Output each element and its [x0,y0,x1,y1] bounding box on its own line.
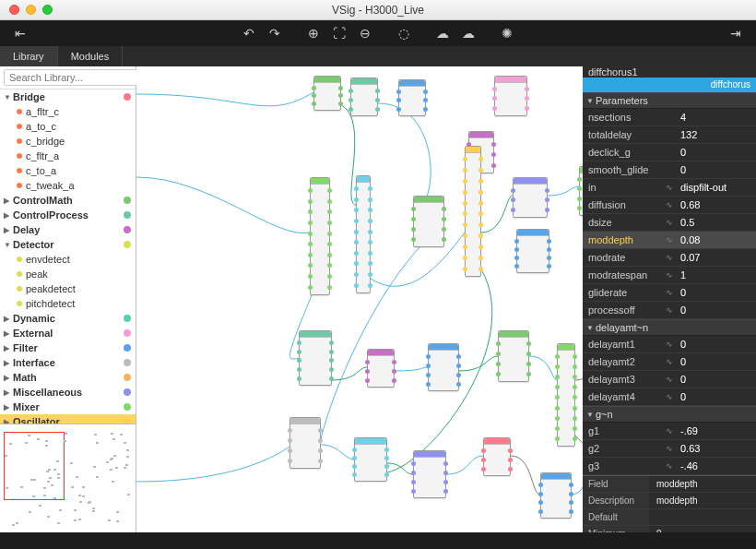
patch-node[interactable] [428,343,459,391]
inspector-section-header[interactable]: ▼Parameters [583,92,756,109]
tree-category[interactable]: ▶Oscillator [0,414,136,424]
param-row[interactable]: smooth_glide0 [583,161,756,179]
tree-category[interactable]: ▶ControlProcess [0,208,136,222]
undo-icon[interactable]: ↶ [236,23,262,43]
param-row[interactable]: modrate∿0.07 [583,249,756,267]
patch-node[interactable] [498,330,529,382]
tree-category[interactable]: ▶ControlMath [0,193,136,208]
titlebar: VSig - H3000_Live [0,0,756,20]
meta-row: Fieldmoddepth [583,476,756,493]
inspector-section-header[interactable]: ▼g~n [583,406,756,423]
cloud-up-icon[interactable]: ☁ [455,23,481,43]
param-row[interactable]: in∿dispfilt-out [583,179,756,197]
tree-category[interactable]: ▶Filter [0,340,136,355]
tree-item[interactable]: c_to_a [0,163,136,178]
patch-canvas[interactable] [136,66,583,532]
tree-category[interactable]: ▶Interface [0,355,136,370]
patch-node[interactable] [540,472,572,519]
redo-icon[interactable]: ↷ [262,23,288,43]
param-row[interactable]: totaldelay132 [583,126,756,144]
patch-node[interactable] [356,175,371,293]
patch-node[interactable] [398,79,426,116]
param-row[interactable]: moddepth∿0.08 [583,232,756,249]
tree-category[interactable]: ▶Mixer [0,400,136,414]
param-row[interactable]: delayamt2∿0 [583,353,756,371]
spark-icon[interactable]: ✺ [494,23,520,43]
tree-category[interactable]: ▶Dynamic [0,311,136,326]
tab-modules[interactable]: Modules [58,46,124,66]
tree-category[interactable]: ▶Miscellaneous [0,385,136,400]
tree-category[interactable]: ▶Delay [0,222,136,237]
patch-node[interactable] [513,177,548,218]
patch-node[interactable] [367,349,395,388]
param-row[interactable]: modratespan∿1 [583,267,756,284]
param-row[interactable]: declick_g0 [583,144,756,161]
droplet-icon[interactable]: ◌ [391,23,417,43]
tree-item[interactable]: a_to_c [0,119,136,134]
tree-category[interactable]: ▶Math [0,370,136,385]
param-row[interactable]: delayamt3∿0 [583,371,756,388]
patch-node[interactable] [579,166,583,216]
minimap[interactable] [0,424,136,532]
patch-node[interactable] [299,330,332,386]
tree-category[interactable]: ▶External [0,326,136,340]
tree-item[interactable]: c_fltr_a [0,149,136,163]
inspector-panel: diffchorus1 diffchorus ▼Parametersnsecti… [583,66,756,532]
inspector-module-name: diffchorus1 [583,66,756,78]
patch-node[interactable] [313,76,341,111]
back-icon[interactable]: ⇤ [7,23,33,43]
patch-node[interactable] [354,437,387,482]
minimize-icon[interactable] [26,5,36,15]
patch-node[interactable] [413,196,444,247]
patch-node[interactable] [494,76,527,116]
zoom-out-icon[interactable]: ⊖ [352,23,378,43]
patch-node[interactable] [557,343,575,447]
zoom-in-icon[interactable]: ⊕ [301,23,326,43]
minimap-viewport[interactable] [4,432,65,500]
tree-item[interactable]: a_fltr_c [0,104,136,119]
inspector-section-header[interactable]: ▼delayamt~n [583,319,756,336]
status-bar [0,532,756,549]
param-row[interactable]: dsize∿0.5 [583,214,756,232]
tab-library[interactable]: Library [0,46,58,66]
dock-right-icon[interactable]: ⇥ [723,23,749,43]
tree-item[interactable]: c_bridge [0,134,136,149]
tree-category[interactable]: ▼Detector [0,237,136,252]
param-row[interactable]: delayamt4∿0 [583,388,756,406]
zoom-icon[interactable] [42,5,53,15]
main-toolbar: ⇤ ↶ ↷ ⊕ ⛶ ⊖ ◌ ☁ ☁ ✺ ⇥ [0,20,756,46]
sidebar-tabs: Library Modules [0,46,756,66]
inspector-module-type: diffchorus [583,78,756,92]
patch-node[interactable] [289,417,321,469]
param-row[interactable]: delayamt1∿0 [583,336,756,353]
tree-item[interactable]: envdetect [0,252,136,267]
patch-node[interactable] [310,177,330,295]
meta-row: Descriptionmoddepth [583,493,756,509]
param-row[interactable]: g2∿0.63 [583,440,756,458]
close-icon[interactable] [9,5,19,15]
param-row[interactable]: gliderate∿0 [583,284,756,302]
meta-row: Default [583,509,756,526]
zoom-fit-icon[interactable]: ⛶ [326,23,352,43]
param-row[interactable]: g1∿-.69 [583,423,756,440]
window-title: VSig - H3000_Live [0,4,756,17]
param-row[interactable]: g3∿-.46 [583,458,756,475]
tree-item[interactable]: pitchdetect [0,296,136,311]
inspector-body: ▼Parametersnsections4totaldelay132declic… [583,92,756,475]
library-tree: ▼Bridgea_fltr_ca_to_cc_bridgec_fltr_ac_t… [0,90,136,424]
patch-node[interactable] [483,437,511,476]
search-input[interactable] [4,69,142,86]
param-row[interactable]: processoff∿0 [583,302,756,319]
patch-node[interactable] [516,229,549,273]
tree-category[interactable]: ▼Bridge [0,90,136,104]
param-row[interactable]: nsections4 [583,109,756,126]
cloud-down-icon[interactable]: ☁ [430,23,455,43]
library-sidebar: ˄˅ ▼Bridgea_fltr_ca_to_cc_bridgec_fltr_a… [0,66,136,532]
tree-item[interactable]: peak [0,267,136,281]
tree-item[interactable]: peakdetect [0,281,136,296]
param-row[interactable]: diffusion∿0.68 [583,197,756,214]
patch-node[interactable] [465,146,481,277]
patch-node[interactable] [413,450,446,498]
patch-node[interactable] [350,78,378,116]
tree-item[interactable]: c_tweak_a [0,178,136,193]
